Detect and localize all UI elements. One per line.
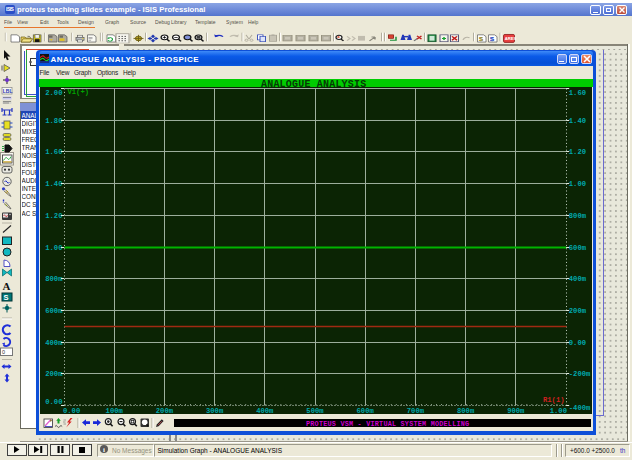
svg-text:400m: 400m [45, 339, 63, 347]
svg-text:0.00: 0.00 [63, 407, 80, 414]
svg-text:1.80: 1.80 [45, 117, 62, 125]
svg-text:700m: 700m [407, 407, 425, 414]
svg-text:400m: 400m [256, 407, 274, 414]
svg-text:800m: 800m [569, 212, 587, 220]
svg-text:500m: 500m [306, 407, 324, 414]
svg-text:200m: 200m [156, 407, 174, 414]
svg-text:ARES: ARES [505, 37, 517, 40]
svg-text:0: 0 [2, 349, 5, 355]
svg-text:0.00: 0.00 [569, 339, 586, 347]
svg-text:$: $ [490, 36, 495, 43]
svg-text:0.00: 0.00 [45, 398, 62, 406]
svg-text:800m: 800m [45, 275, 63, 283]
svg-text:2.00: 2.00 [45, 89, 62, 97]
svg-text:100m: 100m [106, 407, 124, 414]
svg-text:R1(1): R1(1) [543, 395, 565, 403]
svg-text:1.20: 1.20 [45, 212, 62, 220]
svg-text:V1(+): V1(+) [68, 88, 90, 96]
svg-text:S: S [4, 293, 9, 302]
svg-text:1.00: 1.00 [569, 180, 586, 188]
svg-text:1.60: 1.60 [45, 148, 62, 156]
svg-text:$: $ [479, 36, 484, 43]
svg-text:1.20: 1.20 [569, 148, 586, 156]
svg-text:400m: 400m [569, 275, 587, 283]
svg-text:1.40: 1.40 [569, 117, 586, 125]
svg-text:600m: 600m [569, 244, 587, 252]
svg-text:300m: 300m [206, 407, 224, 414]
svg-text:200m: 200m [45, 370, 63, 378]
svg-text:1.40: 1.40 [45, 180, 62, 188]
svg-text:900m: 900m [507, 407, 525, 414]
svg-text:-400m: -400m [569, 404, 591, 412]
svg-text:600m: 600m [357, 407, 375, 414]
svg-text:600m: 600m [45, 307, 63, 315]
svg-text:800m: 800m [457, 407, 475, 414]
svg-text:200m: 200m [569, 307, 587, 315]
svg-text:-200m: -200m [569, 370, 591, 378]
svg-text:1.00: 1.00 [550, 407, 567, 414]
svg-text:1.00: 1.00 [45, 244, 62, 252]
svg-text:LBL: LBL [3, 88, 13, 94]
svg-text:1.60: 1.60 [569, 88, 586, 96]
svg-text:A: A [3, 280, 11, 292]
